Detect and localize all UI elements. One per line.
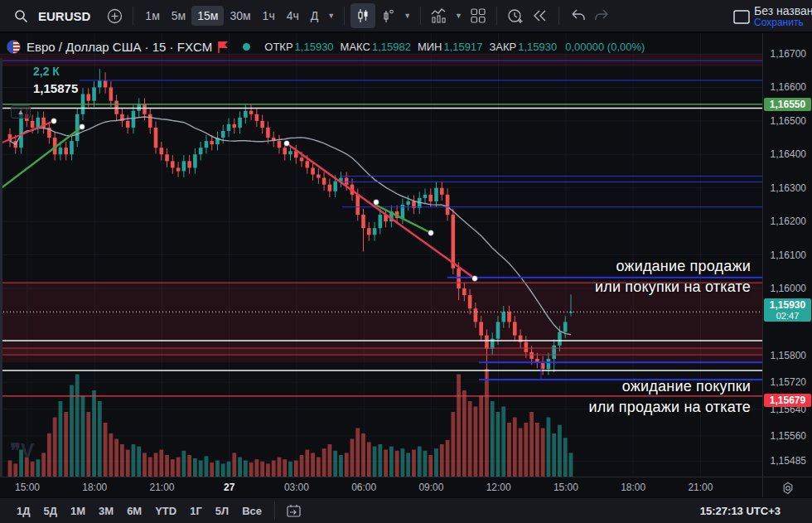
timeframe-group: 1м5м15м30м1ч4чД — [139, 0, 324, 31]
annotation-sell-zone[interactable]: ожидание продажи или покупки на откате — [595, 256, 751, 298]
legend-collapse-button[interactable]: ▲ — [11, 105, 31, 119]
symbol-search-button[interactable] — [8, 3, 33, 28]
layout-grid-button[interactable] — [466, 3, 491, 28]
timeframe-button-Д[interactable]: Д — [305, 6, 324, 26]
last-price-badge: 1,1593002:47 — [764, 298, 811, 322]
timeframe-button-5м[interactable]: 5м — [166, 6, 191, 26]
chart-style-candles-button[interactable] — [350, 3, 375, 28]
candle — [322, 178, 326, 185]
go-to-date-button[interactable] — [281, 498, 306, 523]
range-button-3М[interactable]: 3М — [92, 502, 120, 520]
trendline-anchor-dot[interactable] — [472, 276, 478, 282]
candle — [132, 111, 136, 128]
volume-bar — [378, 444, 382, 477]
time-label: 06:00 — [351, 482, 376, 493]
range-button-1Д[interactable]: 1Д — [10, 502, 37, 520]
range-button-Все[interactable]: Все — [235, 502, 268, 520]
volume-bar — [406, 453, 410, 477]
volume-bar — [165, 455, 169, 477]
market-status-icon[interactable] — [243, 43, 250, 51]
candle — [70, 141, 74, 154]
layout-title[interactable]: Без названия — [754, 4, 812, 17]
trendline-anchor-dot[interactable] — [428, 230, 434, 236]
indicators-chevron-down-icon[interactable]: ▼ — [452, 12, 466, 20]
volume-bar — [389, 447, 394, 477]
timeframe-button-1м[interactable]: 1м — [139, 6, 165, 26]
candle — [244, 111, 248, 118]
session-clock[interactable]: 15:27:13 UTC+3 — [700, 505, 781, 517]
save-link[interactable]: Сохранить — [754, 17, 812, 29]
trendline-anchor-dot[interactable] — [374, 200, 379, 206]
timeframe-button-15м[interactable]: 15м — [191, 6, 224, 26]
range-button-1М[interactable]: 1М — [64, 502, 92, 520]
trend-line[interactable] — [0, 127, 82, 189]
trendline-anchor-dot[interactable] — [51, 119, 57, 124]
timeframe-chevron-down-icon[interactable]: ▼ — [324, 12, 338, 20]
candle — [462, 288, 466, 295]
chart-style-secondary-button[interactable] — [375, 3, 400, 28]
volume-bar — [423, 451, 428, 477]
candle — [345, 178, 349, 185]
create-alert-button[interactable] — [503, 3, 528, 28]
candle — [367, 228, 371, 235]
time-label: 12:00 — [486, 482, 511, 493]
candle — [406, 201, 410, 205]
volume-bar — [322, 448, 326, 477]
volume-bar — [232, 453, 236, 477]
volume-bar — [98, 401, 102, 477]
undo-button[interactable] — [565, 3, 590, 28]
indicators-button[interactable] — [427, 3, 452, 28]
candle — [205, 141, 209, 148]
axis-settings-corner[interactable] — [762, 477, 812, 498]
chart-legend[interactable]: Евро / Доллар США · 15 · FXCM ОТКР1,1593… — [7, 36, 645, 56]
chart-pane[interactable]: ❞V Евро / Доллар США · 15 · FXCM ОТКР1,1… — [0, 33, 762, 477]
symbol-name[interactable]: EURUSD — [38, 9, 90, 23]
layout-title-box[interactable]: Без названия Сохранить — [754, 4, 812, 29]
volume-bar — [361, 433, 365, 477]
flag-marker-icon[interactable] — [218, 41, 229, 53]
volume-bar — [451, 412, 455, 477]
symbol-title[interactable]: Евро / Доллар США · 15 · FXCM — [27, 40, 212, 54]
timeframe-button-4ч[interactable]: 4ч — [281, 6, 305, 26]
time-axis[interactable]: 15:0018:0021:002703:0006:0009:0012:0015:… — [0, 477, 812, 497]
time-label: 21:00 — [149, 482, 174, 493]
candle — [238, 118, 242, 128]
trendline-anchor-dot[interactable] — [284, 141, 290, 147]
range-button-6М[interactable]: 6М — [120, 502, 148, 520]
volume-bar — [47, 433, 51, 477]
candle — [233, 124, 237, 128]
price-tick: 1,16400 — [771, 148, 806, 160]
search-icon — [14, 9, 28, 23]
save-cluster: Без названия Сохранить — [729, 0, 812, 33]
range-button-YTD[interactable]: YTD — [148, 502, 183, 520]
hollow-candle-icon — [380, 8, 395, 23]
volume-bar — [249, 462, 254, 477]
volume-bar — [339, 455, 343, 477]
range-button-1Г[interactable]: 1Г — [183, 502, 209, 520]
volume-bar — [558, 425, 562, 477]
cloud-save-button[interactable] — [729, 4, 754, 29]
save-square-icon — [732, 8, 751, 25]
timeframe-button-30м[interactable]: 30м — [224, 6, 256, 26]
volume-bar — [86, 412, 90, 477]
volume-bar — [350, 439, 355, 477]
annotation-buy-zone[interactable]: ожидание покупки или продажи на откате — [588, 376, 751, 418]
compare-add-button[interactable] — [102, 3, 127, 28]
candle — [137, 104, 141, 111]
price-tick: 1,16100 — [771, 249, 806, 261]
chart-style-chevron-down-icon[interactable]: ▼ — [400, 12, 414, 20]
range-button-5Д[interactable]: 5Д — [37, 502, 65, 520]
price-zone-band[interactable] — [0, 348, 762, 355]
time-label: 18:00 — [82, 482, 107, 493]
trendline-anchor-dot[interactable] — [80, 124, 85, 130]
price-axis[interactable]: 1,167001,166001,165001,164001,163001,162… — [762, 33, 812, 477]
candle — [227, 124, 231, 131]
line-price-badge: 1,16550 — [764, 98, 811, 111]
bar-replay-button[interactable] — [528, 3, 553, 28]
candle — [496, 322, 500, 338]
redo-button[interactable] — [590, 3, 615, 28]
redo-arrow-icon — [594, 9, 611, 22]
range-button-5Л[interactable]: 5Л — [209, 502, 235, 520]
timeframe-button-1ч[interactable]: 1ч — [257, 6, 281, 26]
volume-bar — [501, 407, 505, 477]
